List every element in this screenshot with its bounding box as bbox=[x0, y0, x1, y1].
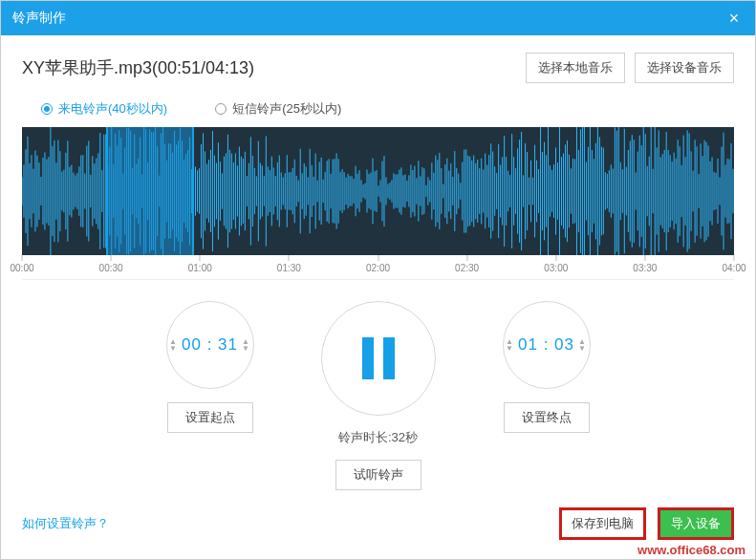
footer: 如何设置铃声？ 保存到电脑 导入设备 bbox=[1, 492, 755, 559]
radio-sms-ringtone[interactable]: 短信铃声(25秒以内) bbox=[215, 100, 341, 118]
stepper-icon[interactable]: ▲▼ bbox=[242, 338, 250, 352]
titlebar[interactable]: 铃声制作 × bbox=[1, 1, 755, 35]
radio-call-ringtone[interactable]: 来电铃声(40秒以内) bbox=[41, 100, 167, 118]
footer-buttons: 保存到电脑 导入设备 bbox=[559, 507, 734, 540]
stepper-icon[interactable]: ▲▼ bbox=[506, 338, 514, 352]
select-local-music-button[interactable]: 选择本地音乐 bbox=[526, 53, 625, 83]
preview-ringtone-button[interactable]: 试听铃声 bbox=[335, 460, 421, 490]
timeline-tick: 03:00 bbox=[544, 255, 568, 273]
file-row: XY苹果助手.mp3(00:51/04:13) 选择本地音乐 选择设备音乐 bbox=[22, 53, 734, 83]
save-to-pc-button[interactable]: 保存到电脑 bbox=[559, 507, 646, 540]
pause-icon bbox=[362, 337, 395, 379]
content-area: XY苹果助手.mp3(00:51/04:13) 选择本地音乐 选择设备音乐 来电… bbox=[1, 35, 755, 492]
set-end-button[interactable]: 设置终点 bbox=[504, 402, 590, 433]
timeline-tick: 02:00 bbox=[366, 255, 390, 273]
start-time-value: 00 : 31 bbox=[182, 335, 238, 355]
radio-call-label: 来电铃声(40秒以内) bbox=[58, 100, 167, 118]
window-title: 铃声制作 bbox=[12, 10, 66, 27]
radio-dot-icon bbox=[41, 103, 53, 115]
playback-controls: ▲▼ 00 : 31 ▲▼ 设置起点 铃声时长:32秒 试听铃声 ▲▼ bbox=[22, 301, 734, 490]
radio-dot-icon bbox=[215, 103, 227, 115]
radio-sms-label: 短信铃声(25秒以内) bbox=[232, 100, 341, 118]
timeline-tick: 01:30 bbox=[277, 255, 301, 273]
stepper-icon[interactable]: ▲▼ bbox=[578, 338, 587, 352]
timeline-tick: 01:00 bbox=[188, 255, 212, 273]
play-pause-button[interactable] bbox=[321, 301, 436, 416]
selection-range[interactable] bbox=[106, 127, 194, 255]
start-point-column: ▲▼ 00 : 31 ▲▼ 设置起点 bbox=[166, 301, 254, 490]
play-column: 铃声时长:32秒 试听铃声 bbox=[321, 301, 436, 490]
end-time-circle[interactable]: ▲▼ 01 : 03 ▲▼ bbox=[503, 301, 591, 389]
set-start-button[interactable]: 设置起点 bbox=[167, 402, 253, 433]
end-time-value: 01 : 03 bbox=[518, 335, 574, 355]
file-name-label: XY苹果助手.mp3(00:51/04:13) bbox=[22, 56, 254, 79]
ringtone-type-radios: 来电铃声(40秒以内) 短信铃声(25秒以内) bbox=[22, 97, 734, 127]
timeline-ruler: 00:0000:3001:0001:3002:0002:3003:0003:30… bbox=[22, 255, 734, 280]
timeline-tick: 00:30 bbox=[99, 255, 123, 273]
timeline-tick: 00:00 bbox=[10, 255, 33, 273]
duration-label: 铃声时长:32秒 bbox=[338, 429, 418, 446]
waveform-area[interactable] bbox=[22, 127, 734, 255]
timeline-tick: 02:30 bbox=[455, 255, 479, 273]
stepper-icon[interactable]: ▲▼ bbox=[169, 338, 178, 352]
select-device-music-button[interactable]: 选择设备音乐 bbox=[635, 53, 734, 83]
ringtone-maker-window: 铃声制作 × XY苹果助手.mp3(00:51/04:13) 选择本地音乐 选择… bbox=[0, 0, 756, 560]
file-source-buttons: 选择本地音乐 选择设备音乐 bbox=[526, 53, 734, 83]
start-time-circle[interactable]: ▲▼ 00 : 31 ▲▼ bbox=[166, 301, 254, 389]
timeline-tick: 04:00 bbox=[722, 255, 745, 273]
help-link[interactable]: 如何设置铃声？ bbox=[22, 515, 109, 532]
timeline-tick: 03:30 bbox=[633, 255, 657, 273]
end-point-column: ▲▼ 01 : 03 ▲▼ 设置终点 bbox=[503, 301, 591, 490]
import-to-device-button[interactable]: 导入设备 bbox=[658, 507, 734, 540]
close-icon[interactable]: × bbox=[724, 9, 744, 29]
